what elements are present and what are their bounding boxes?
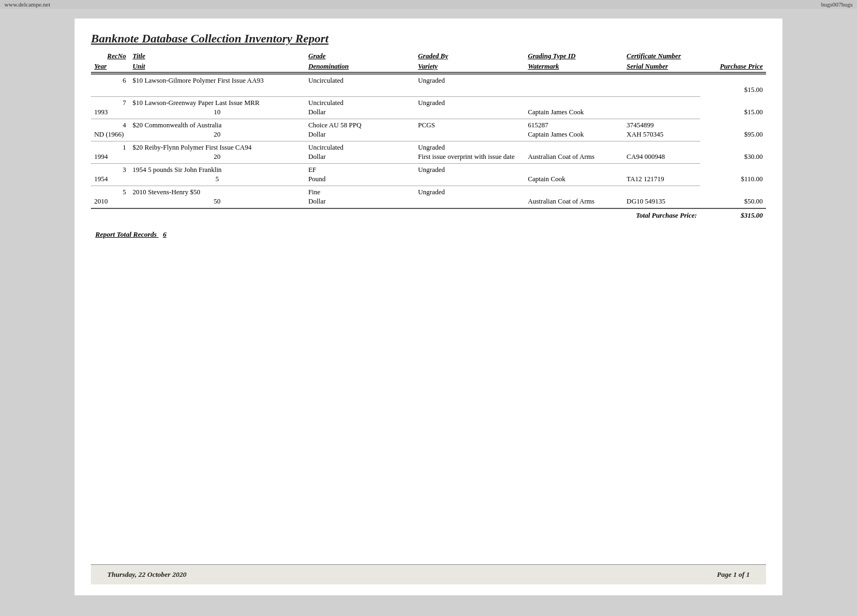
cell-title: $20 Commonwealth of Australia <box>130 119 305 130</box>
header-row-1: RecNo Title Grade Graded By Grading Type… <box>91 51 766 61</box>
cell-gradingtype <box>524 163 623 175</box>
cell-denomination: Pound <box>305 175 415 186</box>
browser-right: bugs007bugs <box>821 1 853 8</box>
cell-variety <box>415 175 525 186</box>
cell-year: ND (1966) <box>91 130 130 141</box>
table-row: 4 $20 Commonwealth of Australia Choice A… <box>91 119 766 130</box>
cell-serial: XAH 570345 <box>623 130 700 141</box>
cell-gradedby: Ungraded <box>415 186 525 197</box>
cell-unit: 20 <box>130 152 305 164</box>
footer-records-label: Report Total Records <box>95 230 157 238</box>
table-row-detail: ND (1966) 20 Dollar Captain James Cook X… <box>91 130 766 141</box>
cell-recno: 1 <box>91 141 130 152</box>
cell-year <box>91 85 130 96</box>
cell-gradedby: Ungraded <box>415 141 525 152</box>
col-header-recno: RecNo <box>91 51 130 61</box>
cell-denomination: Dollar <box>305 130 415 141</box>
cell-watermark: Captain Cook <box>524 175 623 186</box>
cell-certnum: 37454899 <box>623 119 700 130</box>
cell-year: 2010 <box>91 197 130 208</box>
cell-watermark: Captain James Cook <box>524 108 623 119</box>
cell-unit: 20 <box>130 130 305 141</box>
cell-watermark: Australian Coat of Arms <box>524 197 623 208</box>
cell-unit: 5 <box>130 175 305 186</box>
cell-unit <box>130 85 305 96</box>
page-wrapper: Banknote Database Collection Inventory R… <box>75 19 782 595</box>
footer-records-count: 6 <box>163 230 167 238</box>
cell-grade: Fine <box>305 186 415 197</box>
col-header-title: Title <box>130 51 305 61</box>
cell-gradedby: Ungraded <box>415 74 525 85</box>
col-header-year: Year <box>91 61 130 72</box>
col-header-watermark: Watermark <box>524 61 623 72</box>
cell-serial <box>623 85 700 96</box>
browser-bar: www.delcampe.net bugs007bugs <box>0 0 857 9</box>
cell-grade: Uncirculated <box>305 96 415 108</box>
cell-title: 1954 5 pounds Sir John Franklin <box>130 163 305 175</box>
cell-year: 1994 <box>91 152 130 164</box>
cell-recno: 3 <box>91 163 130 175</box>
cell-watermark: Captain James Cook <box>524 130 623 141</box>
cell-serial <box>623 108 700 119</box>
cell-certnum <box>623 186 700 197</box>
cell-title: $20 Reiby-Flynn Polymer First Issue CA94 <box>130 141 305 152</box>
cell-recno: 5 <box>91 186 130 197</box>
cell-variety <box>415 197 525 208</box>
cell-price: $95.00 <box>700 130 766 141</box>
report-footer-records: Report Total Records 6 <box>91 230 766 239</box>
cell-price: $15.00 <box>700 108 766 119</box>
main-table: RecNo Title Grade Graded By Grading Type… <box>91 51 766 223</box>
table-row: 3 1954 5 pounds Sir John Franklin EF Ung… <box>91 163 766 175</box>
cell-serial: DG10 549135 <box>623 197 700 208</box>
footer-date: Thursday, 22 October 2020 <box>107 570 186 579</box>
col-header-grade: Grade <box>305 51 415 61</box>
cell-gradedby: Ungraded <box>415 96 525 108</box>
table-row: 1 $20 Reiby-Flynn Polymer First Issue CA… <box>91 141 766 152</box>
cell-year: 1993 <box>91 108 130 119</box>
col-header-serial: Serial Number <box>623 61 700 72</box>
table-row: 7 $10 Lawson-Greenway Paper Last Issue M… <box>91 96 766 108</box>
cell-gradingtype <box>524 74 623 85</box>
cell-recno: 6 <box>91 74 130 85</box>
cell-title: $10 Lawson-Gilmore Polymer First Issue A… <box>130 74 305 85</box>
cell-certnum <box>623 141 700 152</box>
table-row-detail: $15.00 <box>91 85 766 96</box>
cell-unit: 10 <box>130 108 305 119</box>
cell-variety <box>415 108 525 119</box>
cell-unit: 50 <box>130 197 305 208</box>
col-header-price: Purchase Price <box>700 61 766 72</box>
cell-gradedby: Ungraded <box>415 163 525 175</box>
cell-watermark: Australian Coat of Arms <box>524 152 623 164</box>
cell-gradedby: PCGS <box>415 119 525 130</box>
cell-denomination: Dollar <box>305 197 415 208</box>
table-row: 5 2010 Stevens-Henry $50 Fine Ungraded <box>91 186 766 197</box>
col-header-gradingtype: Grading Type ID <box>524 51 623 61</box>
total-row: Total Purchase Price: $315.00 <box>91 208 766 223</box>
cell-denomination: Dollar <box>305 152 415 164</box>
cell-certnum <box>623 74 700 85</box>
cell-serial: TA12 121719 <box>623 175 700 186</box>
cell-variety <box>415 85 525 96</box>
table-row: 6 $10 Lawson-Gilmore Polymer First Issue… <box>91 74 766 85</box>
cell-watermark <box>524 85 623 96</box>
cell-recno: 7 <box>91 96 130 108</box>
table-row-detail: 1994 20 Dollar First issue overprint wit… <box>91 152 766 164</box>
col-header-certnum: Certificate Number <box>623 51 700 61</box>
cell-title: $10 Lawson-Greenway Paper Last Issue MRR <box>130 96 305 108</box>
report-title: Banknote Database Collection Inventory R… <box>91 32 766 46</box>
col-header-denomination: Denomination <box>305 61 415 72</box>
table-row-detail: 2010 50 Dollar Australian Coat of Arms D… <box>91 197 766 208</box>
table-row-detail: 1954 5 Pound Captain Cook TA12 121719 $1… <box>91 175 766 186</box>
total-purchase-label: Total Purchase Price: <box>623 208 700 223</box>
cell-grade: Choice AU 58 PPQ <box>305 119 415 130</box>
cell-price: $15.00 <box>700 85 766 96</box>
cell-price: $110.00 <box>700 175 766 186</box>
cell-year: 1954 <box>91 175 130 186</box>
col-header-gradedby: Graded By <box>415 51 525 61</box>
header-row-2: Year Unit Denomination Variety Watermark… <box>91 61 766 72</box>
cell-serial: CA94 000948 <box>623 152 700 164</box>
cell-gradingtype: 615287 <box>524 119 623 130</box>
cell-title: 2010 Stevens-Henry $50 <box>130 186 305 197</box>
table-row-detail: 1993 10 Dollar Captain James Cook $15.00 <box>91 108 766 119</box>
cell-price: $30.00 <box>700 152 766 164</box>
